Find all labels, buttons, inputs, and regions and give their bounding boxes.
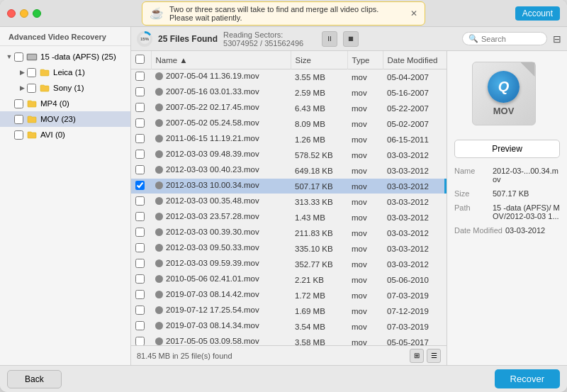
- row-date-cell: 05-06-2010: [383, 272, 447, 288]
- table-row[interactable]: 2007-05-22 02.17.45.mov 6.43 MB mov 05-2…: [131, 101, 447, 116]
- file-status-dot: [155, 72, 163, 80]
- row-date-cell: 05-02-2007: [383, 116, 447, 132]
- table-row[interactable]: 2012-03-03 00.39.30.mov 211.83 KB mov 03…: [131, 225, 447, 241]
- row-date-cell: 03-03-2012: [383, 257, 447, 272]
- row-filename: 2019-07-03 08.14.34.mov: [166, 321, 259, 330]
- filter-button[interactable]: ⊟: [553, 33, 561, 45]
- grid-view-button[interactable]: ⊞: [410, 349, 424, 363]
- table-row[interactable]: 2012-03-03 10.00.34.mov 507.17 KB mov 03…: [131, 179, 447, 194]
- sidebar-item-root[interactable]: ▼ 15 -data (APFS) (25): [0, 49, 130, 65]
- account-button[interactable]: Account: [515, 6, 560, 21]
- table-row[interactable]: 2012-03-03 00.35.48.mov 313.33 KB mov 03…: [131, 194, 447, 210]
- table-row[interactable]: 2012-03-03 09.50.33.mov 335.10 KB mov 03…: [131, 241, 447, 257]
- file-status-dot: [155, 88, 163, 96]
- search-input[interactable]: [481, 35, 538, 43]
- file-status-dot: [155, 213, 163, 220]
- row-checkbox-cell: [131, 194, 151, 210]
- select-all-checkbox[interactable]: [135, 55, 145, 64]
- row-checkbox[interactable]: [135, 228, 145, 237]
- row-checkbox[interactable]: [135, 337, 145, 345]
- col-date-header[interactable]: Date Modified: [383, 51, 447, 69]
- row-checkbox[interactable]: [135, 274, 145, 284]
- table-row[interactable]: 2007-05-04 11.36.19.mov 3.55 MB mov 05-0…: [131, 69, 447, 85]
- col-type-header[interactable]: Type: [347, 51, 383, 69]
- tree-toggle-leica[interactable]: ▶: [17, 67, 27, 77]
- table-row[interactable]: 2012-03-03 00.40.23.mov 649.18 KB mov 03…: [131, 163, 447, 179]
- back-button[interactable]: Back: [7, 370, 62, 388]
- recover-button[interactable]: Recover: [495, 369, 560, 388]
- col-size-header[interactable]: Size: [291, 51, 347, 69]
- file-status-dot: [155, 197, 163, 205]
- maximize-button[interactable]: [33, 9, 41, 18]
- row-checkbox[interactable]: [135, 290, 145, 299]
- row-checkbox[interactable]: [135, 134, 145, 143]
- row-checkbox-cell: [131, 85, 151, 101]
- table-row[interactable]: 2011-06-15 11.19.21.mov 1.26 MB mov 06-1…: [131, 132, 447, 147]
- table-row[interactable]: 2019-07-12 17.25.54.mov 1.69 MB mov 07-1…: [131, 303, 447, 319]
- row-filename: 2007-05-16 03.01.33.mov: [166, 87, 259, 96]
- row-date-cell: 07-03-2019: [383, 288, 447, 303]
- folder-icon-mp4: [26, 98, 38, 109]
- row-checkbox[interactable]: [135, 165, 145, 174]
- row-filename: 2012-03-03 09.59.39.mov: [166, 259, 259, 267]
- checkbox-mov[interactable]: [14, 115, 23, 124]
- row-filename: 2012-03-03 00.35.48.mov: [166, 196, 259, 205]
- row-checkbox[interactable]: [135, 259, 145, 268]
- row-checkbox[interactable]: [135, 321, 145, 330]
- preview-button[interactable]: Preview: [454, 140, 560, 158]
- checkbox-avi[interactable]: [14, 130, 23, 140]
- row-checkbox-cell: [131, 303, 151, 319]
- checkbox-leica[interactable]: [27, 68, 36, 77]
- list-view-button[interactable]: ☰: [427, 349, 441, 363]
- row-name-cell: 2010-05-06 02.41.01.mov: [151, 272, 291, 285]
- row-checkbox[interactable]: [135, 150, 145, 159]
- row-filename: 2019-07-03 08.14.42.mov: [166, 290, 259, 298]
- table-row[interactable]: 2007-05-16 03.01.33.mov 2.59 MB mov 05-1…: [131, 85, 447, 101]
- row-checkbox-cell: [131, 257, 151, 272]
- checkbox-sony[interactable]: [27, 84, 36, 93]
- sidebar-item-mp4[interactable]: ▶ MP4 (0): [0, 96, 130, 111]
- row-checkbox[interactable]: [135, 72, 145, 81]
- row-checkbox[interactable]: [135, 212, 145, 221]
- table-row[interactable]: 2007-05-02 05.24.58.mov 8.09 MB mov 05-0…: [131, 116, 447, 132]
- info-date-label: Date Modified: [454, 226, 503, 235]
- checkbox-mp4[interactable]: [14, 99, 23, 108]
- table-row[interactable]: 2019-07-03 08.14.34.mov 3.54 MB mov 07-0…: [131, 319, 447, 335]
- table-row[interactable]: 2012-03-03 09.48.39.mov 578.52 KB mov 03…: [131, 147, 447, 163]
- stop-button[interactable]: ⏹: [343, 31, 359, 47]
- status-bar: 81.45 MB in 25 file(s) found ⊞ ☰: [131, 345, 447, 365]
- sidebar-item-avi[interactable]: ▶ AVI (0): [0, 127, 130, 142]
- table-row[interactable]: 2012-03-03 09.59.39.mov 352.77 KB mov 03…: [131, 257, 447, 272]
- tree-toggle-root[interactable]: ▼: [4, 52, 14, 62]
- row-checkbox[interactable]: [135, 118, 145, 128]
- sidebar-item-leica[interactable]: ▶ Leica (1): [0, 65, 130, 80]
- view-buttons: ⊞ ☰: [410, 349, 441, 363]
- tree-toggle-sony[interactable]: ▶: [17, 83, 27, 93]
- sidebar-item-sony[interactable]: ▶ Sony (1): [0, 80, 130, 96]
- row-checkbox[interactable]: [135, 87, 145, 96]
- row-size-cell: 211.83 KB: [291, 225, 347, 241]
- pause-button[interactable]: ⏸: [322, 31, 337, 47]
- row-date-cell: 03-03-2012: [383, 194, 447, 210]
- minimize-button[interactable]: [20, 9, 28, 18]
- checkbox-root[interactable]: [14, 52, 23, 62]
- row-checkbox[interactable]: [135, 306, 145, 315]
- row-checkbox[interactable]: [135, 243, 145, 252]
- row-size-cell: 1.72 MB: [291, 288, 347, 303]
- sidebar-item-mov[interactable]: ▶ MOV (23): [0, 111, 130, 127]
- row-checkbox[interactable]: [135, 181, 145, 190]
- row-type-cell: mov: [347, 241, 383, 257]
- sidebar-title: Advanced Video Recovery: [0, 27, 130, 46]
- info-name-label: Name: [454, 167, 490, 184]
- message-close-icon[interactable]: ✕: [410, 9, 417, 18]
- col-name-header[interactable]: Name ▲: [151, 51, 291, 69]
- row-date-cell: 05-22-2007: [383, 101, 447, 116]
- table-row[interactable]: 2019-07-03 08.14.42.mov 1.72 MB mov 07-0…: [131, 288, 447, 303]
- row-checkbox[interactable]: [135, 103, 145, 112]
- table-row[interactable]: 2017-05-05 03.09.58.mov 3.58 MB mov 05-0…: [131, 335, 447, 346]
- close-button[interactable]: [7, 9, 16, 18]
- table-row[interactable]: 2010-05-06 02.41.01.mov 2.21 KB mov 05-0…: [131, 272, 447, 288]
- row-checkbox[interactable]: [135, 196, 145, 206]
- table-row[interactable]: 2012-03-03 23.57.28.mov 1.43 MB mov 03-0…: [131, 210, 447, 225]
- row-filename: 2012-03-03 10.00.34.mov: [166, 181, 259, 189]
